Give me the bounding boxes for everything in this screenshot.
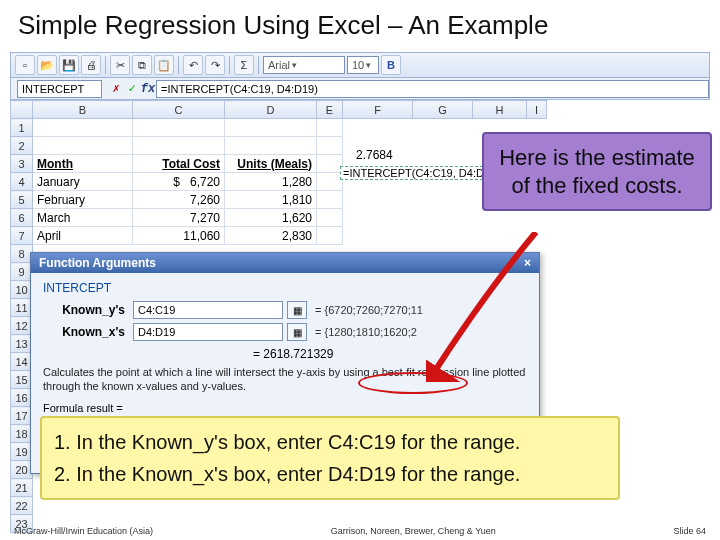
cut-icon[interactable]: ✂ [110, 55, 130, 75]
range-picker-icon[interactable]: ▦ [287, 323, 307, 341]
col-header-b[interactable]: B [33, 101, 133, 119]
separator [105, 56, 106, 74]
known-ys-input[interactable] [133, 301, 283, 319]
fx-icon[interactable]: fx [140, 81, 156, 97]
cell-c4[interactable]: $ 6,720 [133, 173, 225, 191]
cell-c3[interactable]: Total Cost [133, 155, 225, 173]
cell-b7[interactable]: April [33, 227, 133, 245]
undo-icon[interactable]: ↶ [183, 55, 203, 75]
cell-d3[interactable]: Units (Meals) [225, 155, 317, 173]
autosum-icon[interactable]: Σ [234, 55, 254, 75]
row-header[interactable]: 2 [11, 137, 33, 155]
f4-value: 2.7684 [356, 148, 393, 162]
footer-left: McGraw-Hill/Irwin Education (Asia) [14, 526, 153, 536]
formula-input[interactable]: =INTERCEPT(C4:C19, D4:D19) [156, 80, 709, 98]
chevron-down-icon: ▾ [292, 60, 297, 70]
function-description: Calculates the point at which a line wil… [43, 365, 527, 394]
paste-icon[interactable]: 📋 [154, 55, 174, 75]
arg2-label: Known_x's [43, 325, 133, 339]
known-xs-input[interactable] [133, 323, 283, 341]
redo-icon[interactable]: ↷ [205, 55, 225, 75]
dialog-title: Function Arguments [39, 256, 156, 270]
function-name-label: INTERCEPT [43, 281, 527, 295]
row-header[interactable]: 1 [11, 119, 33, 137]
row-header[interactable]: 3 [11, 155, 33, 173]
footer-right: Slide 64 [673, 526, 706, 536]
currency-prefix: $ [173, 175, 180, 189]
row-header[interactable]: 5 [11, 191, 33, 209]
cell-c7[interactable]: 11,060 [133, 227, 225, 245]
col-header-e[interactable]: E [317, 101, 343, 119]
cell-f5-editing[interactable]: =INTERCEPT(C4:C19, D4:D19) [340, 166, 503, 180]
cell-d6[interactable]: 1,620 [225, 209, 317, 227]
footer-center: Garrison, Noreen, Brewer, Cheng & Yuen [331, 526, 496, 536]
cell-b6[interactable]: March [33, 209, 133, 227]
arg2-result: = {1280;1810;1620;2 [315, 326, 417, 338]
close-icon[interactable]: × [524, 256, 531, 270]
col-header-h[interactable]: H [473, 101, 527, 119]
separator [178, 56, 179, 74]
col-header-f[interactable]: F [343, 101, 413, 119]
row-header[interactable]: 6 [11, 209, 33, 227]
font-size-selector[interactable]: 10▾ [347, 56, 379, 74]
c4-value: 6,720 [190, 175, 220, 189]
cancel-formula-icon[interactable]: ✗ [108, 81, 124, 97]
col-header-g[interactable]: G [413, 101, 473, 119]
cell-c5[interactable]: 7,260 [133, 191, 225, 209]
callout-instructions: 1. In the Known_y's box, enter C4:C19 fo… [40, 416, 620, 500]
instruction-1: 1. In the Known_y's box, enter C4:C19 fo… [54, 426, 606, 458]
cell-b5[interactable]: February [33, 191, 133, 209]
cell-c6[interactable]: 7,270 [133, 209, 225, 227]
separator [229, 56, 230, 74]
f5-formula-display: =INTERCEPT(C4:C19, D4:D19) [340, 166, 503, 180]
separator [258, 56, 259, 74]
row-header[interactable]: 7 [11, 227, 33, 245]
callout-fixed-costs: Here is the estimate of the fixed costs. [482, 132, 712, 211]
font-name: Arial [268, 59, 290, 71]
font-size: 10 [352, 59, 364, 71]
cell-d7[interactable]: 2,830 [225, 227, 317, 245]
cell-d5[interactable]: 1,810 [225, 191, 317, 209]
bold-button[interactable]: B [381, 55, 401, 75]
select-all-corner[interactable] [11, 101, 33, 119]
cell-d4[interactable]: 1,280 [225, 173, 317, 191]
arg1-label: Known_y's [43, 303, 133, 317]
range-picker-icon[interactable]: ▦ [287, 301, 307, 319]
col-header-i[interactable]: I [527, 101, 547, 119]
new-doc-icon[interactable]: ▫ [15, 55, 35, 75]
open-icon[interactable]: 📂 [37, 55, 57, 75]
enter-formula-icon[interactable]: ✓ [124, 81, 140, 97]
col-header-c[interactable]: C [133, 101, 225, 119]
col-header-d[interactable]: D [225, 101, 317, 119]
font-selector[interactable]: Arial▾ [263, 56, 345, 74]
formula-result-label: Formula result = [43, 402, 527, 414]
copy-icon[interactable]: ⧉ [132, 55, 152, 75]
row-header[interactable]: 22 [11, 497, 33, 515]
instruction-2: 2. In the Known_x's box, enter D4:D19 fo… [54, 458, 606, 490]
slide-title: Simple Regression Using Excel – An Examp… [0, 0, 720, 45]
name-box[interactable]: INTERCEPT [17, 80, 102, 98]
slide-footer: McGraw-Hill/Irwin Education (Asia) Garri… [0, 526, 720, 536]
print-icon[interactable]: 🖨 [81, 55, 101, 75]
cell-b3[interactable]: Month [33, 155, 133, 173]
chevron-down-icon: ▾ [366, 60, 371, 70]
row-header[interactable]: 4 [11, 173, 33, 191]
formula-bar: INTERCEPT ✗ ✓ fx =INTERCEPT(C4:C19, D4:D… [10, 78, 710, 100]
excel-toolbar: ▫ 📂 💾 🖨 ✂ ⧉ 📋 ↶ ↷ Σ Arial▾ 10▾ B [10, 52, 710, 78]
save-icon[interactable]: 💾 [59, 55, 79, 75]
calc-result: = 2618.721329 [253, 347, 527, 361]
cell-b4[interactable]: January [33, 173, 133, 191]
row-header[interactable]: 21 [11, 479, 33, 497]
arg1-result: = {6720;7260;7270;11 [315, 304, 423, 316]
